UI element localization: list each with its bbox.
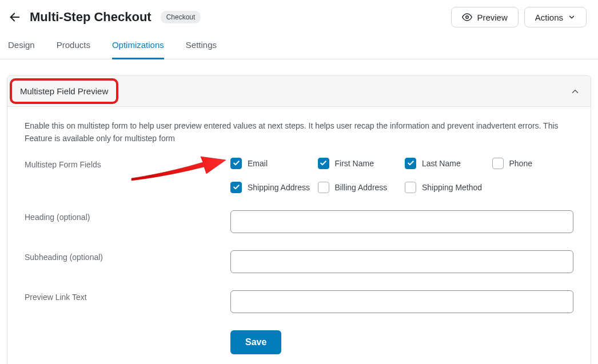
- checkbox-billing-address[interactable]: Billing Address: [318, 182, 400, 193]
- subheading-input[interactable]: [230, 250, 573, 273]
- fields-label: Multistep Form Fields: [25, 158, 230, 169]
- checkbox-box: [318, 158, 329, 169]
- chevron-down-icon: [568, 13, 576, 21]
- checkbox-box: [230, 182, 242, 193]
- checkbox-phone[interactable]: Phone: [492, 158, 574, 169]
- checkbox-label: First Name: [335, 159, 374, 168]
- checkbox-label: Billing Address: [335, 183, 388, 192]
- panel-header[interactable]: Multistep Field Preview: [7, 76, 591, 107]
- checkbox-label: Shipping Method: [422, 183, 482, 192]
- svg-point-1: [466, 16, 469, 19]
- preview-link-input[interactable]: [230, 290, 573, 313]
- tab-settings[interactable]: Settings: [186, 34, 217, 59]
- checkbox-label: Email: [248, 159, 268, 168]
- preview-link-label: Preview Link Text: [25, 290, 230, 302]
- check-icon: [233, 159, 240, 167]
- checkbox-email[interactable]: Email: [230, 158, 312, 169]
- checkbox-box: [405, 182, 416, 193]
- checkbox-box: [492, 158, 504, 169]
- panel-description: Enable this on multistep form to help us…: [25, 119, 573, 145]
- highlight-box: Multistep Field Preview: [10, 78, 118, 104]
- tab-products[interactable]: Products: [57, 34, 90, 59]
- eye-icon: [462, 12, 472, 22]
- checkbox-first-name[interactable]: First Name: [318, 158, 400, 169]
- preview-button[interactable]: Preview: [451, 7, 518, 27]
- tabs: DesignProductsOptimizationsSettings: [0, 34, 598, 59]
- heading-input[interactable]: [230, 210, 573, 233]
- checkbox-grid: EmailFirst NameLast NamePhoneShipping Ad…: [230, 158, 573, 193]
- tab-optimizations[interactable]: Optimizations: [112, 34, 164, 59]
- checkbox-last-name[interactable]: Last Name: [405, 158, 487, 169]
- arrow-left-icon: [9, 11, 21, 23]
- check-icon: [320, 159, 327, 167]
- checkbox-shipping-address[interactable]: Shipping Address: [230, 182, 312, 193]
- checkbox-label: Shipping Address: [248, 183, 310, 192]
- checkbox-label: Phone: [509, 159, 532, 168]
- check-icon: [407, 159, 414, 167]
- checkbox-box: [405, 158, 416, 169]
- subheading-label: Subheading (optional): [25, 250, 230, 262]
- panel-title: Multistep Field Preview: [20, 86, 108, 96]
- actions-button-label: Actions: [535, 13, 563, 22]
- chevron-up-icon[interactable]: [570, 86, 580, 97]
- page-title: Multi-Step Checkout: [30, 10, 152, 25]
- back-button[interactable]: [7, 9, 23, 25]
- checkbox-shipping-method[interactable]: Shipping Method: [405, 182, 487, 193]
- checkbox-label: Last Name: [422, 159, 461, 168]
- settings-panel: Multistep Field Preview Enable this on m…: [7, 75, 591, 364]
- tab-design[interactable]: Design: [8, 34, 35, 59]
- preview-button-label: Preview: [477, 13, 507, 22]
- actions-button[interactable]: Actions: [524, 7, 587, 27]
- checkbox-box: [318, 182, 329, 193]
- context-badge: Checkout: [161, 11, 201, 23]
- save-button[interactable]: Save: [230, 330, 281, 354]
- heading-label: Heading (optional): [25, 210, 230, 222]
- check-icon: [233, 183, 240, 191]
- checkbox-box: [230, 158, 242, 169]
